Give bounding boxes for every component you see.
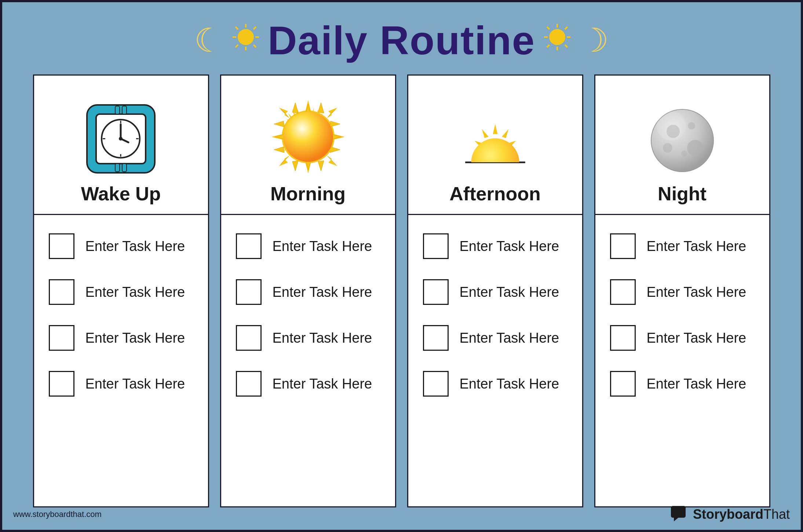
svg-point-73 [663, 143, 672, 153]
wake-up-tasks: Enter Task Here Enter Task Here Enter Ta… [34, 215, 208, 506]
task-checkbox[interactable] [423, 233, 449, 259]
footer-brand: StoryboardThat [671, 506, 790, 522]
task-row: Enter Task Here [49, 233, 193, 259]
task-row: Enter Task Here [423, 325, 567, 351]
svg-marker-62 [493, 124, 497, 134]
afternoon-tasks: Enter Task Here Enter Task Here Enter Ta… [408, 215, 582, 506]
task-checkbox[interactable] [49, 233, 74, 259]
column-afternoon: Afternoon Enter Task Here Enter Task Her… [407, 74, 583, 507]
moon-night-icon [647, 106, 717, 175]
svg-marker-57 [292, 161, 298, 171]
column-night: Night Enter Task Here Enter Task Here En… [594, 74, 770, 507]
svg-marker-78 [674, 518, 678, 521]
morning-title: Morning [270, 183, 346, 205]
task-label: Enter Task Here [460, 330, 559, 346]
svg-rect-77 [671, 506, 686, 518]
column-afternoon-header: Afternoon [408, 76, 582, 215]
column-morning: Morning Enter Task Here Enter Task Here … [220, 74, 396, 507]
night-title: Night [658, 183, 707, 205]
task-label: Enter Task Here [647, 238, 747, 254]
task-label: Enter Task Here [647, 330, 747, 346]
task-checkbox[interactable] [49, 371, 74, 397]
task-label: Enter Task Here [85, 376, 185, 392]
task-checkbox[interactable] [423, 325, 449, 351]
svg-point-0 [238, 29, 254, 45]
task-row: Enter Task Here [236, 279, 380, 305]
task-row: Enter Task Here [610, 279, 755, 305]
svg-marker-53 [274, 121, 284, 127]
footer-url: www.storyboardthat.com [13, 510, 102, 519]
afternoon-title: Afternoon [449, 183, 540, 205]
svg-marker-56 [330, 147, 340, 153]
task-checkbox[interactable] [236, 279, 262, 305]
svg-point-9 [549, 29, 565, 45]
task-label: Enter Task Here [460, 284, 559, 300]
task-label: Enter Task Here [460, 238, 559, 254]
svg-marker-52 [318, 103, 324, 113]
svg-line-8 [236, 45, 238, 47]
task-row: Enter Task Here [610, 325, 755, 351]
column-wake-up: Wake Up Enter Task Here Enter Task Here … [33, 74, 209, 507]
task-row: Enter Task Here [423, 371, 567, 397]
task-label: Enter Task Here [273, 330, 372, 346]
svg-marker-58 [318, 161, 324, 171]
svg-line-5 [236, 27, 238, 29]
task-row: Enter Task Here [236, 325, 380, 351]
task-row: Enter Task Here [423, 279, 567, 305]
page-title: Daily Routine [268, 17, 535, 63]
task-label: Enter Task Here [273, 376, 372, 392]
task-label: Enter Task Here [273, 238, 372, 254]
task-label: Enter Task Here [85, 284, 185, 300]
task-label: Enter Task Here [647, 284, 747, 300]
morning-tasks: Enter Task Here Enter Task Here Enter Ta… [221, 215, 395, 506]
svg-line-6 [253, 45, 256, 47]
svg-point-25 [119, 137, 123, 141]
svg-line-14 [547, 27, 550, 29]
wake-up-title: Wake Up [81, 183, 161, 205]
storyboard-icon [671, 506, 689, 522]
svg-rect-31 [122, 164, 127, 172]
task-checkbox[interactable] [610, 371, 636, 397]
task-checkbox[interactable] [236, 371, 262, 397]
task-label: Enter Task Here [85, 238, 185, 254]
footer: www.storyboardthat.com StoryboardThat [13, 506, 790, 522]
clock-icon [84, 102, 158, 175]
task-checkbox[interactable] [49, 325, 74, 351]
task-row: Enter Task Here [49, 371, 193, 397]
task-checkbox[interactable] [49, 279, 74, 305]
header: ☾ Daily Routine [2, 2, 801, 74]
task-checkbox[interactable] [236, 233, 262, 259]
task-label: Enter Task Here [85, 330, 185, 346]
svg-line-7 [253, 27, 256, 29]
task-checkbox[interactable] [610, 233, 636, 259]
svg-point-72 [688, 122, 695, 130]
night-tasks: Enter Task Here Enter Task Here Enter Ta… [595, 215, 769, 506]
task-checkbox[interactable] [610, 325, 636, 351]
column-night-header: Night [595, 76, 769, 215]
column-wake-up-header: Wake Up [34, 76, 208, 215]
task-row: Enter Task Here [49, 325, 193, 351]
svg-marker-55 [330, 121, 340, 127]
task-row: Enter Task Here [610, 233, 755, 259]
columns-container: Wake Up Enter Task Here Enter Task Here … [2, 74, 801, 507]
moon-left-icon: ☾ [194, 21, 224, 59]
svg-line-15 [565, 45, 567, 47]
svg-rect-20 [115, 106, 120, 114]
task-row: Enter Task Here [49, 279, 193, 305]
task-checkbox[interactable] [236, 325, 262, 351]
svg-rect-21 [122, 106, 127, 114]
task-row: Enter Task Here [236, 233, 380, 259]
moon-right-icon: ☾ [579, 21, 609, 59]
task-row: Enter Task Here [236, 371, 380, 397]
svg-marker-51 [292, 103, 298, 113]
task-checkbox[interactable] [610, 279, 636, 305]
task-checkbox[interactable] [423, 371, 449, 397]
svg-point-59 [283, 112, 333, 162]
sun-morning-icon [270, 98, 347, 175]
task-checkbox[interactable] [423, 279, 449, 305]
brand-label: StoryboardThat [693, 507, 790, 522]
svg-point-76 [657, 111, 686, 141]
svg-line-17 [547, 45, 550, 47]
svg-line-16 [565, 27, 567, 29]
svg-point-74 [687, 140, 703, 156]
